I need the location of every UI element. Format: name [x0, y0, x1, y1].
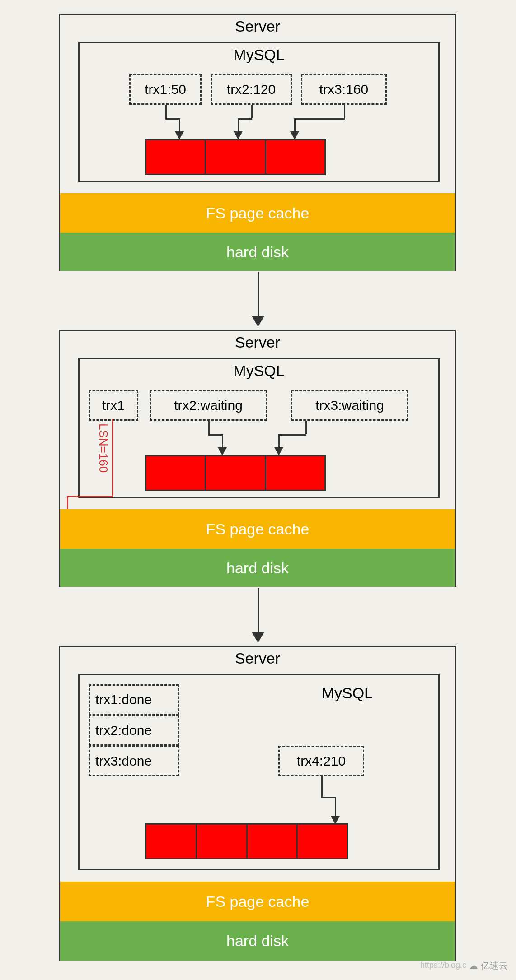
- fs-page-cache-band: FS page cache: [60, 193, 455, 233]
- trx1-label: trx1:50: [145, 82, 186, 97]
- trx1-label: trx1:done: [95, 692, 152, 707]
- trx3-label: trx3:done: [95, 753, 152, 769]
- arrow-line: [251, 105, 253, 118]
- hard-disk-label: hard disk: [226, 559, 289, 577]
- hard-disk-label: hard disk: [226, 243, 289, 261]
- buffer-3: [145, 823, 348, 859]
- mysql-title: MySQL: [233, 362, 284, 380]
- arrow-line: [278, 434, 306, 436]
- buffer-cell: [266, 140, 324, 174]
- arrow-line: [344, 105, 345, 118]
- buffer-cell: [206, 456, 266, 490]
- hard-disk-label: hard disk: [226, 932, 289, 950]
- buffer-cell: [146, 456, 206, 490]
- arrow-line: [305, 421, 307, 434]
- arrowhead-down-icon: [252, 632, 264, 643]
- trx3-box: trx3:waiting: [291, 390, 408, 421]
- arrow-line: [165, 118, 180, 120]
- watermark-text: 亿速云: [481, 961, 508, 971]
- hard-disk-band: hard disk: [60, 549, 455, 587]
- arrowhead-down-icon: [290, 131, 299, 139]
- hard-disk-band: hard disk: [60, 233, 455, 271]
- fs-page-cache-band: FS page cache: [60, 882, 455, 921]
- trx2-label: trx2:120: [227, 82, 276, 97]
- trx4-box: trx4:210: [278, 746, 364, 776]
- stage-arrow: [258, 588, 259, 633]
- mysql-title: MySQL: [322, 684, 373, 702]
- arrow-line: [179, 118, 180, 132]
- buffer-cell: [146, 140, 206, 174]
- cloud-icon: ☁: [469, 961, 478, 971]
- trx2-label: trx2:done: [95, 723, 152, 738]
- trx1-label: trx1: [102, 398, 125, 413]
- buffer-cell: [197, 825, 248, 858]
- server-title: Server: [235, 650, 280, 667]
- buffer-cell: [298, 825, 347, 858]
- watermark-url: https://blog.c: [420, 961, 466, 970]
- trx2-box: trx2:120: [211, 74, 292, 105]
- trx3-label: trx3:160: [319, 82, 368, 97]
- lsn-arrow: [67, 496, 113, 497]
- mysql-title: MySQL: [233, 46, 284, 64]
- arrowhead-down-icon: [234, 131, 243, 139]
- mysql-box-3: MySQL trx1:done trx2:done trx3:done trx4…: [78, 674, 440, 870]
- stage-arrow: [258, 272, 259, 317]
- buffer-cell: [206, 140, 266, 174]
- arrow-line: [335, 797, 336, 817]
- server-title: Server: [235, 18, 280, 35]
- arrow-line: [321, 776, 323, 797]
- arrow-line: [208, 434, 223, 436]
- fs-cache-label: FS page cache: [206, 204, 310, 222]
- buffer-cell: [146, 825, 197, 858]
- trx4-label: trx4:210: [297, 753, 346, 769]
- arrow-line: [238, 118, 239, 132]
- buffer-cell: [248, 825, 298, 858]
- hard-disk-band: hard disk: [60, 921, 455, 961]
- trx1-box: trx1:50: [129, 74, 202, 105]
- arrow-line: [238, 118, 252, 120]
- arrowhead-down-icon: [175, 131, 184, 139]
- mysql-box-1: MySQL trx1:50 trx2:120 trx3:160: [78, 42, 440, 182]
- buffer-cell: [266, 456, 324, 490]
- lsn-label: LSN=160: [96, 423, 110, 473]
- trx3-done: trx3:done: [89, 746, 179, 776]
- arrow-line: [321, 797, 336, 798]
- trx3-label: trx3:waiting: [315, 398, 384, 413]
- arrowhead-down-icon: [252, 316, 264, 327]
- arrow-line: [278, 434, 280, 448]
- arrowhead-down-icon: [274, 447, 283, 455]
- watermark-logo: ☁ 亿速云: [469, 960, 508, 972]
- trx1-done: trx1:done: [89, 684, 179, 715]
- server-title: Server: [235, 334, 280, 351]
- arrow-line: [208, 421, 210, 434]
- arrowhead-down-icon: [218, 447, 227, 455]
- arrow-line: [294, 118, 296, 132]
- mysql-box-2: MySQL trx1 trx2:waiting trx3:waiting: [78, 358, 440, 498]
- buffer-1: [145, 139, 326, 175]
- trx1-box: trx1: [89, 390, 138, 421]
- fs-page-cache-band: FS page cache: [60, 509, 455, 549]
- buffer-2: [145, 455, 326, 491]
- trx2-done: trx2:done: [89, 715, 179, 746]
- stage-1: Server MySQL trx1:50 trx2:120 trx3:160 F…: [59, 14, 456, 271]
- stage-2: Server MySQL trx1 trx2:waiting trx3:wait…: [59, 330, 456, 587]
- stage-3: Server MySQL trx1:done trx2:done trx3:do…: [59, 646, 456, 961]
- arrow-line: [165, 105, 167, 118]
- lsn-arrow: [112, 419, 113, 496]
- fs-cache-label: FS page cache: [206, 893, 310, 910]
- arrow-line: [222, 434, 223, 448]
- fs-cache-label: FS page cache: [206, 520, 310, 538]
- trx3-box: trx3:160: [301, 74, 387, 105]
- trx2-box: trx2:waiting: [150, 390, 267, 421]
- arrow-line: [294, 118, 345, 120]
- trx2-label: trx2:waiting: [174, 398, 243, 413]
